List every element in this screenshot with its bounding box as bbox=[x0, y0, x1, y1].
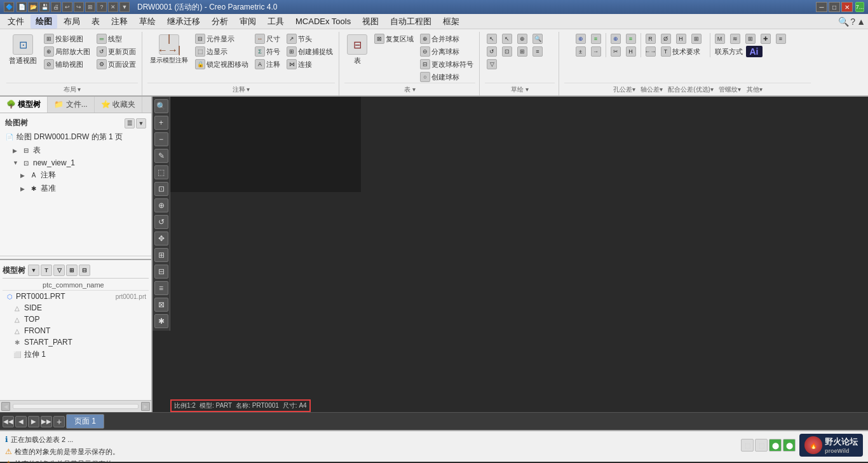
symbol-button[interactable]: Σ 符号 bbox=[253, 46, 282, 57]
print-icon[interactable]: 🖨 bbox=[51, 2, 61, 12]
scroll-left-btn[interactable]: ◀ bbox=[1, 402, 10, 411]
rotate-button[interactable]: ↺ bbox=[485, 46, 499, 57]
fit-btn5[interactable]: ←→ bbox=[644, 46, 658, 57]
snap-button[interactable]: ⊡ bbox=[500, 46, 514, 57]
tree-item-view[interactable]: ▼ ⊡ new_view_1 bbox=[3, 157, 149, 169]
mt-item-startpart[interactable]: ✱ START_PART bbox=[3, 336, 149, 348]
menu-auto-drawing[interactable]: 自动工程图 bbox=[385, 15, 437, 29]
menu-review[interactable]: 审阅 bbox=[234, 15, 261, 29]
lin-axis-btn[interactable]: ≡ bbox=[624, 33, 638, 45]
select2-button[interactable]: ↖ bbox=[500, 33, 514, 45]
page-add-button[interactable]: + bbox=[53, 416, 65, 427]
menu-view[interactable]: 视图 bbox=[357, 15, 384, 29]
pan-btn[interactable]: ✥ bbox=[154, 232, 168, 245]
menu-sketch[interactable]: 草绘 bbox=[134, 15, 161, 29]
zoom2-btn[interactable]: ⊞ bbox=[154, 248, 168, 262]
more-btn[interactable]: ≡ bbox=[154, 281, 168, 295]
tech-req-btn[interactable]: T 技术要求 bbox=[659, 46, 702, 57]
minimize-button[interactable]: ─ bbox=[816, 2, 827, 12]
panel-tab-model-tree[interactable]: 🌳 模型树 bbox=[0, 97, 48, 113]
search-expand-icon[interactable]: 🔍 bbox=[838, 17, 849, 27]
fit-btn3[interactable]: H bbox=[674, 33, 688, 45]
connect-button[interactable]: ⋈ 连接 bbox=[285, 59, 335, 70]
dropdown-icon[interactable]: ▼ bbox=[119, 2, 130, 12]
projection-view-button[interactable]: ⊞ 投影视图 bbox=[42, 33, 92, 45]
menu-frame[interactable]: 框架 bbox=[438, 15, 465, 29]
zoom-out-btn[interactable]: − bbox=[154, 132, 168, 146]
mt-font-btn[interactable]: T bbox=[41, 265, 52, 276]
mt-settings-btn[interactable]: ▼ bbox=[28, 265, 39, 276]
status-icon-1[interactable]: ⬚ bbox=[741, 439, 754, 452]
thread-btn3[interactable]: ⊞ bbox=[743, 33, 757, 45]
restore-button[interactable]: □ bbox=[829, 2, 840, 12]
create-balloon-button[interactable]: ○ 创建球标 bbox=[418, 71, 475, 83]
search-button[interactable]: 🔍 bbox=[531, 33, 545, 45]
minimize-ribbon-icon[interactable]: ▲ bbox=[857, 17, 865, 27]
help-icon[interactable]: ? bbox=[97, 2, 107, 12]
menu-table[interactable]: 表 bbox=[86, 15, 105, 29]
menu-analysis[interactable]: 分析 bbox=[207, 15, 233, 29]
tree-item-table[interactable]: ▶ ⊟ 表 bbox=[3, 144, 149, 157]
dim-button[interactable]: ↔ 尺寸 bbox=[253, 33, 282, 45]
component-display-button[interactable]: ⊟ 元件显示 bbox=[193, 33, 250, 45]
undo-icon[interactable]: ↩ bbox=[62, 2, 72, 12]
page-nav-first[interactable]: ◀◀ bbox=[3, 416, 14, 427]
node-arrow-button[interactable]: ↗ 节头 bbox=[285, 33, 335, 45]
zoom-in-btn[interactable]: + bbox=[154, 116, 168, 130]
scroll-right-btn[interactable]: ▶ bbox=[141, 402, 150, 411]
fit-btn1[interactable]: R bbox=[644, 33, 658, 45]
menu-mcadex[interactable]: MCADEx Tools bbox=[290, 15, 356, 27]
contact-label[interactable]: 联系方式 bbox=[713, 46, 745, 57]
menu-file[interactable]: 文件 bbox=[3, 15, 29, 29]
split-balloon-button[interactable]: ⊖ 分离球标 bbox=[418, 46, 475, 57]
thread-btn1[interactable]: M bbox=[713, 33, 727, 45]
mt-item-extrude[interactable]: ⬜ 拉伸 1 bbox=[3, 348, 149, 361]
snap2-btn[interactable]: ⊠ bbox=[154, 298, 168, 312]
fit-btn2[interactable]: Ø bbox=[659, 33, 673, 45]
note-button[interactable]: A 注释 bbox=[253, 59, 282, 70]
spin-btn[interactable]: ↺ bbox=[154, 215, 168, 229]
linetype-button[interactable]: ═ 线型 bbox=[95, 33, 138, 45]
help-ribbon-icon[interactable]: ? bbox=[850, 17, 855, 27]
new-icon[interactable]: 📄 bbox=[17, 2, 27, 12]
mt-item-top[interactable]: △ TOP bbox=[3, 314, 149, 325]
plus-minus-btn[interactable]: ± bbox=[574, 46, 588, 57]
window-icon[interactable]: ⊞ bbox=[85, 2, 95, 12]
mt-item-prt[interactable]: ⬡ PRT0001.PRT prt0001.prt bbox=[3, 291, 149, 302]
close-button[interactable]: ✕ bbox=[841, 2, 853, 12]
panel-tab-favorites[interactable]: ⭐ 收藏夹 bbox=[95, 97, 142, 113]
layers-button[interactable]: ≡ bbox=[531, 46, 545, 57]
ai-button[interactable]: Ai bbox=[746, 46, 763, 57]
menu-inherit[interactable]: 继承迁移 bbox=[162, 15, 205, 29]
open-icon[interactable]: 📂 bbox=[28, 2, 38, 12]
menu-annotation[interactable]: 注释 bbox=[106, 15, 133, 29]
rect-sel-btn[interactable]: ⬚ bbox=[154, 165, 168, 179]
merge-balloon-button[interactable]: ⊕ 合并球标 bbox=[418, 33, 475, 45]
page-nav-last[interactable]: ▶▶ bbox=[41, 416, 52, 427]
zoom-fit-btn[interactable]: 🔍 bbox=[154, 99, 168, 113]
general-view-button[interactable]: ⊡ 普通视图 bbox=[6, 33, 39, 67]
cut-btn[interactable]: ✂ bbox=[609, 46, 623, 57]
thread-btn5[interactable]: ≡ bbox=[774, 33, 788, 45]
h-btn[interactable]: H bbox=[624, 46, 638, 57]
page-nav-prev[interactable]: ◀ bbox=[15, 416, 27, 427]
mt-col-btn[interactable]: ⊞ bbox=[66, 265, 78, 276]
save-icon[interactable]: 💾 bbox=[39, 2, 50, 12]
dimension-button[interactable]: |←→| 显示模型注释 bbox=[147, 33, 191, 66]
repeat-region-button[interactable]: ⊠ 复复区域 bbox=[372, 33, 416, 45]
scroll-track[interactable] bbox=[13, 404, 139, 409]
mt-item-front[interactable]: △ FRONT bbox=[3, 325, 149, 336]
lock-view-button[interactable]: 🔒 锁定视图移动 bbox=[193, 59, 250, 70]
close-doc-icon[interactable]: ✕ bbox=[108, 2, 118, 12]
snap-lines-button[interactable]: ⊞ 创建捕捉线 bbox=[285, 46, 335, 57]
table-button[interactable]: ⊟ 表 bbox=[344, 33, 370, 67]
change-balloon-button[interactable]: ⊟ 更改球标符号 bbox=[418, 59, 475, 70]
sketch-sym-button[interactable]: ⊕ bbox=[515, 33, 529, 45]
filter-button[interactable]: ▽ bbox=[485, 59, 499, 70]
lin-tol-btn[interactable]: ≡ bbox=[589, 33, 603, 45]
edge-display-button[interactable]: ⬚ 边显示 bbox=[193, 46, 250, 57]
update-page-button[interactable]: ↺ 更新页面 bbox=[95, 46, 138, 57]
menu-drawing[interactable]: 绘图 bbox=[31, 15, 57, 29]
menu-layout[interactable]: 布局 bbox=[58, 15, 85, 29]
local-zoom-button[interactable]: ⊕ 局部放大图 bbox=[42, 46, 92, 57]
